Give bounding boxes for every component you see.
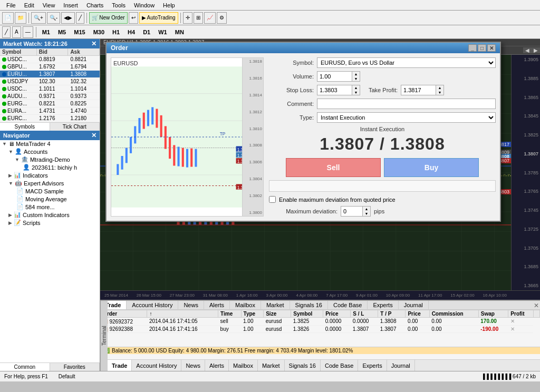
bottom-tab-6[interactable]: Signals 16 (290, 301, 328, 309)
menu-window[interactable]: Window (130, 2, 159, 8)
menu-help[interactable]: Help (159, 2, 179, 8)
bottom-nav-tab-9[interactable]: Journal (387, 360, 415, 371)
mw-row-2[interactable]: EURU... 1.3807 1.3808 (0, 71, 100, 78)
new-order-btn[interactable]: 🛒 New Order (89, 12, 127, 24)
menu-file[interactable]: File (2, 2, 20, 8)
max-dev-input[interactable] (341, 207, 362, 216)
zoom-out-btn[interactable]: 🔍- (47, 12, 60, 24)
nav-item-2[interactable]: ▼ 🏦 Mtrading-Demo (0, 155, 100, 163)
volume-input[interactable] (317, 72, 352, 81)
trade-table-wrapper[interactable]: Order ↑ Time Type Size Symbol Price S / … (100, 310, 540, 347)
menu-view[interactable]: View (38, 2, 60, 8)
text-tool[interactable]: A (12, 26, 21, 38)
max-deviation-checkbox[interactable] (269, 196, 276, 203)
mw-row-6[interactable]: EURG... 0.8221 0.8225 (0, 100, 100, 107)
line-tool[interactable]: ╱ (2, 26, 11, 38)
bottom-nav-tab-1[interactable]: Account History (132, 360, 181, 371)
mw-row-8[interactable]: EURC... 1.2176 1.2180 (0, 115, 100, 122)
bottom-nav-tab-5[interactable]: Market (258, 360, 285, 371)
th-sort[interactable]: ↑ (147, 310, 218, 318)
nav-item-0[interactable]: ▼ 🖥 MetaTrader 4 (0, 140, 100, 148)
tp-input[interactable] (401, 85, 436, 95)
line-btn[interactable]: ╱ (76, 12, 84, 24)
hline-tool[interactable]: — (23, 26, 33, 38)
mw-row-4[interactable]: USDC... 1.1011 1.1014 (0, 85, 100, 93)
nav-item-7[interactable]: 📄 Moving Average (0, 195, 100, 203)
bottom-nav-tab-6[interactable]: Signals 16 (285, 360, 321, 371)
bottom-nav-tab-7[interactable]: Code Base (321, 360, 358, 371)
open-btn[interactable]: 📁 (15, 12, 26, 24)
terminal-label[interactable]: Terminal (100, 301, 108, 371)
td-close-1[interactable]: ✕ (508, 325, 533, 333)
bottom-nav-tab-0[interactable]: Trade (108, 360, 132, 371)
menu-insert[interactable]: Insert (59, 2, 82, 8)
mw-tab-tick[interactable]: Tick Chart (50, 123, 100, 131)
sl-up[interactable]: ▲ (352, 85, 360, 90)
nav-item-1[interactable]: ▼ 👤 Accounts (0, 148, 100, 155)
indicator-btn[interactable]: 📈 (204, 12, 216, 24)
zoom-in-btn[interactable]: 🔍+ (31, 12, 46, 24)
period-m5[interactable]: M5 (55, 27, 69, 37)
mw-row-3[interactable]: USDJPY 102.30 102.32 (0, 78, 100, 85)
arrow-btn[interactable]: ↩ (129, 12, 138, 24)
mw-row-7[interactable]: EURA... 1.4731 1.4740 (0, 107, 100, 115)
period-m1[interactable]: M1 (39, 27, 53, 37)
dialog-minimize[interactable]: _ (468, 44, 477, 52)
type-select[interactable]: Instant Execution (317, 112, 496, 123)
bottom-close[interactable]: ✕ (534, 302, 539, 309)
bottom-tab-3[interactable]: Alerts (204, 301, 230, 309)
bottom-nav-tab-8[interactable]: Experts (358, 360, 387, 371)
period-d1[interactable]: D1 (140, 27, 153, 37)
nav-item-10[interactable]: ▶ 📝 Scripts (0, 219, 100, 227)
scroll-btn[interactable]: ◀▶ (61, 12, 75, 24)
period-m30[interactable]: M30 (90, 27, 108, 37)
mw-row-0[interactable]: USDC... 0.8819 0.8821 (0, 56, 100, 63)
options-btn[interactable]: ⚙ (217, 12, 227, 24)
period-m15[interactable]: M15 (71, 27, 88, 37)
max-dev-up[interactable]: ▲ (363, 207, 370, 211)
market-watch-close[interactable]: ✕ (91, 40, 97, 47)
period-h4[interactable]: H4 (124, 27, 138, 37)
tp-down[interactable]: ▼ (436, 90, 443, 95)
nav-tab-common[interactable]: Common (0, 363, 50, 371)
period-w1[interactable]: W1 (155, 27, 170, 37)
nav-item-6[interactable]: 📄 MACD Sample (0, 187, 100, 195)
trade-row-0[interactable]: 📋92692372 2014.04.16 17:41:05 sell 1.00 … (101, 318, 540, 326)
auto-trading-btn[interactable]: ▶ AutoTrading (139, 12, 178, 24)
volume-down[interactable]: ▼ (352, 76, 360, 81)
dialog-close[interactable]: ✕ (487, 44, 496, 52)
nav-item-5[interactable]: ▼ 🤖 Expert Advisors (0, 179, 100, 187)
chart-tab-prev[interactable]: ◀ (523, 47, 532, 53)
trade-row-1[interactable]: 📋92692388 2014.04.16 17:41:16 buy 1.00 e… (101, 325, 540, 333)
new-chart-btn[interactable]: 📄 (2, 12, 14, 24)
bottom-tab-1[interactable]: Account History (127, 301, 178, 309)
bottom-tab-9[interactable]: Journal (399, 301, 429, 309)
period-h1[interactable]: H1 (109, 27, 123, 37)
bottom-tab-5[interactable]: Market (261, 301, 290, 309)
mw-row-5[interactable]: AUDU... 0.9371 0.9373 (0, 93, 100, 100)
bottom-nav-tab-2[interactable]: News (181, 360, 205, 371)
td-close-0[interactable]: ✕ (508, 318, 533, 326)
mw-row-1[interactable]: GBPU... 1.6792 1.6794 (0, 63, 100, 71)
buy-button[interactable]: Buy (384, 158, 479, 177)
sl-input[interactable] (317, 85, 352, 95)
dialog-maximize[interactable]: □ (478, 44, 486, 52)
nav-item-3[interactable]: 👤 2023611: bichiy h (0, 163, 100, 171)
menu-tools[interactable]: Tools (108, 2, 130, 8)
nav-tab-favorites[interactable]: Favorites (50, 363, 100, 371)
nav-item-8[interactable]: 📄 584 more... (0, 203, 100, 211)
chart-tab-next[interactable]: ▶ (532, 47, 540, 53)
bottom-tab-4[interactable]: Mailbox (230, 301, 261, 309)
bottom-nav-tab-4[interactable]: Mailbox (229, 360, 258, 371)
max-dev-down[interactable]: ▼ (363, 211, 370, 216)
symbol-select[interactable]: EURUSD, Euro vs US Dollar (317, 57, 496, 68)
tp-up[interactable]: ▲ (436, 85, 443, 90)
menu-charts[interactable]: Charts (82, 2, 108, 8)
crosshair-btn[interactable]: ✛ (183, 12, 192, 24)
bottom-nav-tab-3[interactable]: Alerts (205, 360, 229, 371)
sell-button[interactable]: Sell (286, 158, 381, 177)
bottom-tab-7[interactable]: Code Base (328, 301, 368, 309)
period-sep-btn[interactable]: ⊞ (194, 12, 203, 24)
nav-item-4[interactable]: ▶ 📊 Indicators (0, 171, 100, 179)
bottom-tab-8[interactable]: Experts (368, 301, 398, 309)
